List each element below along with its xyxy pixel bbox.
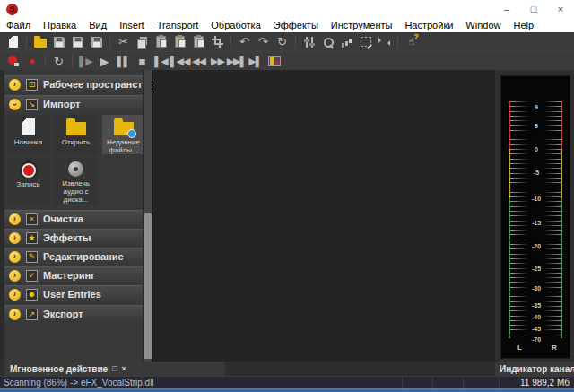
chevron-right-icon: › [9, 289, 21, 301]
effects-icon: ★ [26, 232, 38, 244]
menu-tools[interactable]: Инструменты [325, 18, 399, 32]
zoom-selection-button[interactable] [318, 34, 337, 50]
toolbar-separator [295, 36, 296, 48]
meter-zone: 9 5 0 -5 -10 -15 -20 -25 -30 -35 -40 -45… [495, 70, 574, 362]
tab-close-icon[interactable]: × [122, 364, 126, 373]
cut-button[interactable]: ✂ [114, 34, 133, 50]
open-file-button[interactable] [30, 34, 49, 50]
record-options-button[interactable] [265, 53, 283, 69]
workspace-icon: ⊡ [26, 79, 38, 91]
tile-rip-cd[interactable]: ↓ Извлечь аудио с диска... [55, 158, 97, 205]
window-controls: – □ × [493, 0, 574, 18]
reset-button[interactable]: ↻ [273, 34, 291, 50]
paste-new-button[interactable] [189, 34, 208, 50]
clock-badge-icon [127, 129, 136, 138]
tile-new[interactable]: Новинка [7, 115, 49, 154]
menu-insert[interactable]: Insert [113, 18, 151, 32]
menu-transport[interactable]: Transport [151, 18, 205, 32]
tab-channel-indicator[interactable]: Индикатор каналов [495, 362, 574, 376]
mixer-button[interactable] [300, 34, 318, 50]
paste-special-button[interactable] [170, 34, 189, 50]
save-button[interactable] [49, 34, 68, 50]
undo-button[interactable]: ↶ [235, 34, 254, 50]
statistics-button[interactable] [337, 34, 356, 50]
tile-record[interactable]: Запись [7, 158, 49, 205]
new-file-button[interactable] [4, 34, 22, 50]
task-sidebar: › ⊡ Рабочее пространство › ↘ Импорт Нови… [4, 70, 143, 362]
context-help-button[interactable]: ☝? [402, 34, 421, 50]
toolbar-separator [109, 36, 110, 48]
close-button[interactable]: × [547, 0, 574, 18]
menu-window[interactable]: Window [459, 18, 507, 32]
tile-recent-files[interactable]: Недавние файлы... [102, 115, 144, 154]
minimize-button[interactable]: – [493, 0, 520, 18]
reset-icon: ↻ [277, 36, 287, 48]
redo-icon: ↷ [258, 36, 268, 48]
bottom-tabs-row: Мгновенное действие □ × Индикатор канало… [0, 362, 574, 376]
redo-button[interactable]: ↷ [254, 34, 273, 50]
stop-button[interactable]: ■ [133, 53, 152, 69]
tab-instant-action[interactable]: Мгновенное действие □ × [4, 362, 225, 376]
meter-tick-label: -30 [501, 285, 571, 292]
panel-workspace[interactable]: › ⊡ Рабочее пространство [4, 75, 143, 92]
panel-import[interactable]: › ↘ Импорт [4, 95, 143, 112]
meter-channel-right-label: R [552, 344, 557, 352]
skip-back-button[interactable]: ▌◀◀ [170, 53, 189, 69]
panel-label: Экспорт [43, 309, 83, 319]
menu-edit[interactable]: Правка [37, 18, 83, 32]
panel-effects[interactable]: › ★ Эффекты [4, 229, 143, 246]
selection-edit-button[interactable] [356, 34, 375, 50]
rewind-button[interactable]: ◀◀ [189, 53, 208, 69]
record-button[interactable]: ● [22, 53, 41, 69]
fast-forward-button[interactable]: ▶▶ [208, 53, 227, 69]
play-icon: ▶ [100, 56, 109, 67]
meter-tick-label: -5 [501, 170, 571, 176]
rewind-icon: ◀◀ [192, 57, 205, 66]
status-bar: Scanning (86%) -> eFX_VocalStrip.dll 11 … [0, 376, 574, 388]
record-icon: ● [29, 56, 35, 66]
menu-process[interactable]: Обработка [204, 18, 266, 32]
tab-float-icon[interactable]: □ [112, 364, 117, 373]
level-meter: 9 5 0 -5 -10 -15 -20 -25 -30 -35 -40 -45… [500, 75, 570, 359]
skip-forward-button[interactable]: ▶▶▌ [227, 53, 246, 69]
menu-options[interactable]: Настройки [398, 18, 459, 32]
scrollbar-thumb[interactable] [144, 213, 152, 359]
trim-crop-button[interactable] [208, 34, 227, 50]
save-icon [54, 37, 65, 48]
user-entries-icon: ☻ [26, 289, 38, 301]
menu-view[interactable]: Вид [83, 18, 113, 32]
toolbar-separator [26, 36, 27, 48]
maximize-button[interactable]: □ [520, 0, 547, 18]
menu-help[interactable]: Help [507, 18, 540, 32]
status-cell-divider [402, 377, 403, 389]
save-all-button[interactable] [87, 34, 106, 50]
panel-editing[interactable]: › ✎ Редактирование [4, 248, 143, 265]
panel-user-entries[interactable]: › ☻ User Entries [4, 285, 143, 302]
go-to-end-button[interactable]: ▶▌ [246, 53, 265, 69]
snap-edit-button[interactable] [375, 34, 394, 50]
desktop-edge [0, 388, 574, 392]
new-document-icon [22, 118, 35, 135]
menu-effects[interactable]: Эффекты [267, 18, 325, 32]
go-to-start-button[interactable]: ▌◀ [152, 53, 170, 69]
pause-button[interactable]: ▌▌ [114, 53, 133, 69]
toolbar-separator [230, 36, 231, 48]
play-button[interactable]: ▶ [95, 53, 114, 69]
magnifier-icon [323, 37, 334, 48]
status-file-size: 11 989,2 Мб [520, 378, 570, 388]
paste-button[interactable] [152, 34, 170, 50]
copy-button[interactable] [133, 34, 152, 50]
workspace-empty-area [152, 70, 495, 362]
record-monitor-button[interactable] [4, 53, 22, 69]
panel-cleanup[interactable]: › × Очистка [4, 210, 143, 227]
tile-open[interactable]: Открыть [55, 115, 97, 154]
loop-playback-button[interactable]: ↻ [49, 53, 68, 69]
save-as-button[interactable] [68, 34, 87, 50]
status-cell-divider [499, 377, 500, 389]
panel-export[interactable]: › ↗ Экспорт [4, 305, 143, 322]
sidebar-scrollbar[interactable] [143, 70, 152, 362]
panel-mastering[interactable]: › ✓ Мастеринг [4, 266, 143, 283]
play-from-cursor-button[interactable]: ▌▶ [76, 53, 95, 69]
menu-file[interactable]: Файл [0, 18, 37, 32]
cleanup-icon: × [26, 213, 38, 225]
